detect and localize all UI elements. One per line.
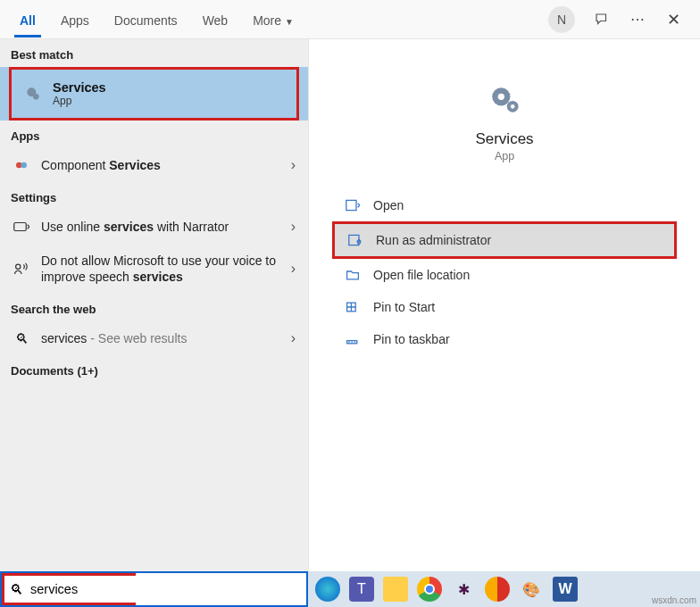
best-match-subtitle: App	[53, 95, 106, 107]
services-large-icon	[483, 79, 526, 121]
svg-point-9	[511, 104, 515, 109]
result-text: services - See web results	[41, 331, 291, 345]
open-icon	[345, 199, 361, 212]
result-speech-services[interactable]: Do not allow Microsoft to use your voice…	[0, 244, 308, 294]
section-search-web: Search the web	[0, 294, 308, 321]
action-open[interactable]: Open	[332, 189, 677, 221]
bottom-bar: 🔍︎ T ✱ 🎨 W	[0, 571, 700, 607]
svg-point-1	[33, 94, 39, 100]
narrator-icon	[12, 220, 30, 233]
best-match-result[interactable]: Services App	[9, 67, 299, 121]
result-component-services[interactable]: Component Services ›	[0, 148, 308, 182]
search-input[interactable]	[30, 582, 199, 596]
titlebar-actions: N ⋯ ✕	[548, 6, 693, 33]
search-icon: 🔍︎	[10, 582, 23, 597]
chevron-right-icon: ›	[291, 219, 296, 235]
feedback-icon[interactable]	[593, 11, 611, 29]
best-match-title: Services	[53, 80, 106, 95]
section-settings: Settings	[0, 182, 308, 210]
result-text: Use online services with Narrator	[41, 220, 291, 234]
details-panel: Services App Open Run as administrator O…	[308, 39, 700, 571]
action-pin-to-taskbar[interactable]: Pin to taskbar	[332, 323, 677, 355]
taskbar: T ✱ 🎨 W	[308, 571, 700, 607]
taskbar-explorer-icon[interactable]	[383, 577, 408, 602]
services-icon	[24, 85, 42, 103]
search-tabs: All Apps Documents Web More▼ N ⋯ ✕	[0, 0, 700, 39]
taskbar-edge-icon[interactable]	[315, 577, 340, 602]
component-services-icon	[12, 158, 30, 172]
result-text: Component Services	[41, 158, 291, 172]
chevron-right-icon: ›	[291, 157, 296, 173]
tab-apps[interactable]: Apps	[48, 3, 102, 37]
taskbar-teams-icon[interactable]: T	[349, 577, 374, 602]
svg-point-3	[21, 162, 27, 169]
svg-point-7	[498, 94, 504, 100]
watermark: wsxdn.com	[652, 595, 696, 605]
result-web-search[interactable]: 🔍︎ services - See web results ›	[0, 321, 308, 355]
action-list: Open Run as administrator Open file loca…	[332, 189, 677, 355]
result-narrator-services[interactable]: Use online services with Narrator ›	[0, 210, 308, 244]
result-text: Do not allow Microsoft to use your voice…	[41, 253, 291, 285]
action-label: Pin to Start	[373, 300, 435, 314]
taskbar-chrome-icon[interactable]	[417, 577, 442, 602]
taskbar-word-icon[interactable]: W	[553, 577, 578, 602]
more-options-icon[interactable]: ⋯	[629, 11, 646, 29]
tab-documents[interactable]: Documents	[102, 3, 190, 37]
svg-rect-10	[346, 200, 356, 210]
action-label: Pin to taskbar	[373, 332, 450, 346]
chevron-right-icon: ›	[291, 261, 296, 277]
taskbar-paint-icon[interactable]: 🎨	[519, 577, 544, 602]
details-title: Services	[475, 130, 533, 148]
chevron-down-icon: ▼	[285, 17, 294, 27]
section-apps: Apps	[0, 121, 308, 148]
action-label: Open file location	[373, 268, 470, 282]
folder-icon	[345, 269, 361, 281]
speech-icon	[12, 262, 30, 276]
chevron-right-icon: ›	[291, 330, 296, 346]
tab-more[interactable]: More▼	[240, 3, 306, 37]
action-label: Run as administrator	[376, 233, 491, 247]
search-icon: 🔍︎	[12, 331, 30, 346]
svg-rect-4	[14, 223, 27, 231]
action-run-as-admin[interactable]: Run as administrator	[332, 221, 677, 259]
taskbar-chrome-canary-icon[interactable]	[485, 577, 510, 602]
action-open-file-location[interactable]: Open file location	[332, 259, 677, 291]
admin-icon	[347, 234, 363, 246]
pin-start-icon	[345, 301, 361, 313]
svg-point-5	[16, 264, 21, 269]
action-label: Open	[373, 198, 404, 212]
tab-all[interactable]: All	[7, 3, 48, 37]
pin-taskbar-icon	[345, 333, 361, 345]
user-avatar[interactable]: N	[548, 6, 575, 33]
action-pin-to-start[interactable]: Pin to Start	[332, 291, 677, 323]
tab-web[interactable]: Web	[190, 3, 241, 37]
details-subtitle: App	[495, 150, 514, 162]
results-panel: Best match Services App Apps Component S…	[0, 39, 308, 571]
tab-more-label: More	[253, 13, 281, 28]
close-icon[interactable]: ✕	[664, 11, 682, 29]
search-box[interactable]: 🔍︎	[0, 571, 308, 607]
taskbar-slack-icon[interactable]: ✱	[451, 577, 476, 602]
section-best-match: Best match	[0, 39, 308, 67]
section-documents: Documents (1+)	[0, 355, 308, 383]
